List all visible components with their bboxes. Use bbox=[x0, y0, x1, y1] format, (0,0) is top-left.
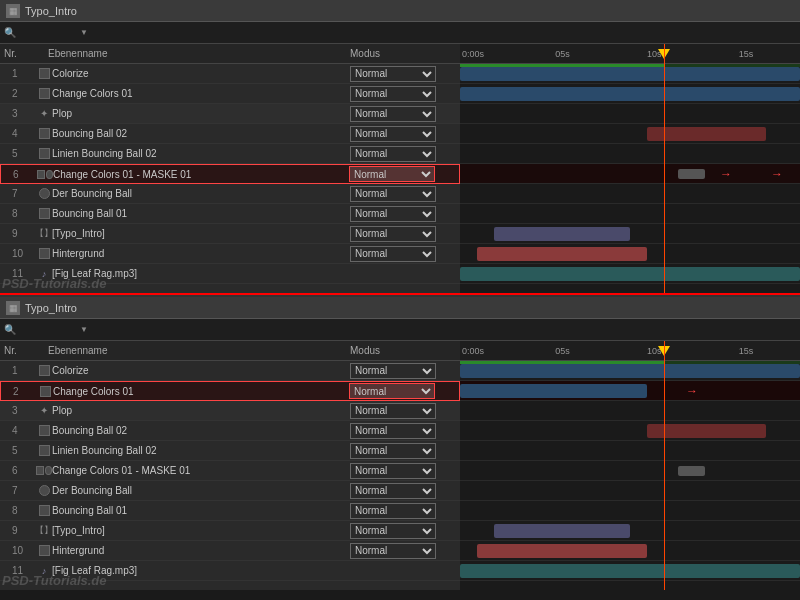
layer-mode: Normal bbox=[349, 166, 459, 182]
track-1-3 bbox=[460, 104, 800, 124]
search-input-1[interactable] bbox=[20, 27, 80, 38]
mode-select[interactable]: Normal bbox=[350, 463, 436, 479]
layer-row-1-3[interactable]: 3 ✦ Plop Normal bbox=[0, 104, 460, 124]
layer-row-1-10[interactable]: 10 Hintergrund Normal bbox=[0, 244, 460, 264]
ruler-2: 0:00s 05s 10s 15s bbox=[460, 341, 800, 361]
layer-mode: Normal bbox=[350, 186, 460, 202]
col-nr-label-2: Nr. bbox=[0, 345, 28, 356]
mode-select[interactable]: Normal bbox=[350, 523, 436, 539]
layer-mode: Normal bbox=[350, 106, 460, 122]
mode-select[interactable]: Normal bbox=[350, 363, 436, 379]
layer-name: [Typo_Intro] bbox=[52, 228, 350, 239]
layer-mode: Normal bbox=[350, 423, 460, 439]
layer-row-1-6[interactable]: 6 Change Colors 01 - MASKE 01 Normal bbox=[0, 164, 460, 184]
ruler-mark-0-2: 0:00s bbox=[462, 346, 484, 356]
layer-nr: 9 bbox=[8, 525, 36, 536]
layers-section-2: Nr. Ebenenname Modus 1 Colorize Normal 2 bbox=[0, 341, 460, 590]
track-2-2: → bbox=[460, 381, 800, 401]
layer-nr: 9 bbox=[8, 228, 36, 239]
mode-select[interactable]: Normal bbox=[350, 246, 436, 262]
layer-vis-icon bbox=[36, 504, 52, 518]
layer-nr: 2 bbox=[8, 88, 36, 99]
search-arrow-1: ▼ bbox=[80, 28, 88, 37]
layer-mode: Normal bbox=[350, 146, 460, 162]
layer-row-2-7[interactable]: 7 Der Bouncing Ball Normal bbox=[0, 481, 460, 501]
layer-row-1-5[interactable]: 5 Linien Bouncing Ball 02 Normal bbox=[0, 144, 460, 164]
track-1-1 bbox=[460, 64, 800, 84]
layer-row-2-4[interactable]: 4 Bouncing Ball 02 Normal bbox=[0, 421, 460, 441]
layer-name: Bouncing Ball 02 bbox=[52, 425, 350, 436]
layer-nr: 10 bbox=[8, 248, 36, 259]
layer-row-1-9[interactable]: 9 【】 [Typo_Intro] Normal bbox=[0, 224, 460, 244]
layer-vis-icon bbox=[36, 87, 52, 101]
layer-row-2-2[interactable]: 2 Change Colors 01 Normal bbox=[0, 381, 460, 401]
layer-row-2-9[interactable]: 9 【】 [Typo_Intro] Normal bbox=[0, 521, 460, 541]
mode-select[interactable]: Normal bbox=[350, 106, 436, 122]
timeline-tracks-1: 0:00s 05s 10s 15s bbox=[460, 44, 800, 293]
panel-2-icon: ▦ bbox=[6, 301, 20, 315]
layer-nr: 6 bbox=[8, 465, 36, 476]
layer-name: Change Colors 01 bbox=[53, 386, 349, 397]
watermark-1: PSD-Tutorials.de bbox=[2, 276, 107, 291]
layer-vis-icon: 【】 bbox=[36, 227, 52, 241]
track-2-7 bbox=[460, 481, 800, 501]
watermark-2: PSD-Tutorials.de bbox=[2, 573, 107, 588]
mode-select[interactable]: Normal bbox=[349, 166, 435, 182]
timeline-area-2: Nr. Ebenenname Modus 1 Colorize Normal 2 bbox=[0, 341, 800, 590]
layer-nr: 5 bbox=[8, 148, 36, 159]
layer-vis-icon bbox=[36, 424, 52, 438]
layer-name: Linien Bouncing Ball 02 bbox=[52, 445, 350, 456]
track-1-11 bbox=[460, 264, 800, 284]
layer-row-2-1[interactable]: 1 Colorize Normal bbox=[0, 361, 460, 381]
mode-select[interactable]: Normal bbox=[350, 206, 436, 222]
layer-row-1-1[interactable]: 1 Colorize Normal bbox=[0, 64, 460, 84]
col-name-label-2: Ebenenname bbox=[44, 345, 350, 356]
mode-select[interactable]: Normal bbox=[350, 423, 436, 439]
mode-select[interactable]: Normal bbox=[350, 503, 436, 519]
track-2-6 bbox=[460, 461, 800, 481]
layer-row-2-6[interactable]: 6 Change Colors 01 - MASKE 01 Normal bbox=[0, 461, 460, 481]
mode-select[interactable]: Normal bbox=[350, 186, 436, 202]
layer-row-1-4[interactable]: 4 Bouncing Ball 02 Normal bbox=[0, 124, 460, 144]
layer-nr: 3 bbox=[8, 108, 36, 119]
layer-row-2-10[interactable]: 10 Hintergrund Normal bbox=[0, 541, 460, 561]
mode-select[interactable]: Normal bbox=[350, 483, 436, 499]
ruler-mark-3: 15s bbox=[739, 49, 754, 59]
mode-select[interactable]: Normal bbox=[349, 383, 435, 399]
layer-mode: Normal bbox=[350, 86, 460, 102]
layer-mode: Normal bbox=[350, 523, 460, 539]
mode-select[interactable]: Normal bbox=[350, 543, 436, 559]
track-2-10 bbox=[460, 541, 800, 561]
layer-vis-icon bbox=[36, 67, 52, 81]
mode-select[interactable]: Normal bbox=[350, 66, 436, 82]
layer-vis-icon bbox=[36, 364, 52, 378]
layer-nr: 3 bbox=[8, 405, 36, 416]
layer-mode: Normal bbox=[350, 206, 460, 222]
mode-select[interactable]: Normal bbox=[350, 443, 436, 459]
track-2-9 bbox=[460, 521, 800, 541]
layer-row-1-7[interactable]: 7 Der Bouncing Ball Normal bbox=[0, 184, 460, 204]
mode-select[interactable]: Normal bbox=[350, 226, 436, 242]
ruler-mark-0: 0:00s bbox=[462, 49, 484, 59]
layer-vis-icon: 【】 bbox=[36, 524, 52, 538]
mode-select[interactable]: Normal bbox=[350, 86, 436, 102]
layer-vis-icon: ✦ bbox=[36, 404, 52, 418]
timeline-area-1: Nr. Ebenenname Modus 1 Colorize Normal 2 bbox=[0, 44, 800, 293]
layer-row-2-3[interactable]: 3 ✦ Plop Normal bbox=[0, 401, 460, 421]
layer-nr: 5 bbox=[8, 445, 36, 456]
layer-name: Plop bbox=[52, 108, 350, 119]
col-mode-label-2: Modus bbox=[350, 345, 460, 356]
layer-row-1-2[interactable]: 2 Change Colors 01 Normal bbox=[0, 84, 460, 104]
layer-row-2-8[interactable]: 8 Bouncing Ball 01 Normal bbox=[0, 501, 460, 521]
layer-name: Linien Bouncing Ball 02 bbox=[52, 148, 350, 159]
mode-select[interactable]: Normal bbox=[350, 146, 436, 162]
panel-2: ▦ Typo_Intro 🔍 ▼ Nr. Ebenenname Modus 1 bbox=[0, 295, 800, 590]
layer-row-2-5[interactable]: 5 Linien Bouncing Ball 02 Normal bbox=[0, 441, 460, 461]
layer-mode: Normal bbox=[350, 66, 460, 82]
mode-select[interactable]: Normal bbox=[350, 403, 436, 419]
layer-vis-icon bbox=[36, 464, 52, 478]
search-input-2[interactable] bbox=[20, 324, 80, 335]
layer-nr: 7 bbox=[8, 188, 36, 199]
layer-row-1-8[interactable]: 8 Bouncing Ball 01 Normal bbox=[0, 204, 460, 224]
mode-select[interactable]: Normal bbox=[350, 126, 436, 142]
